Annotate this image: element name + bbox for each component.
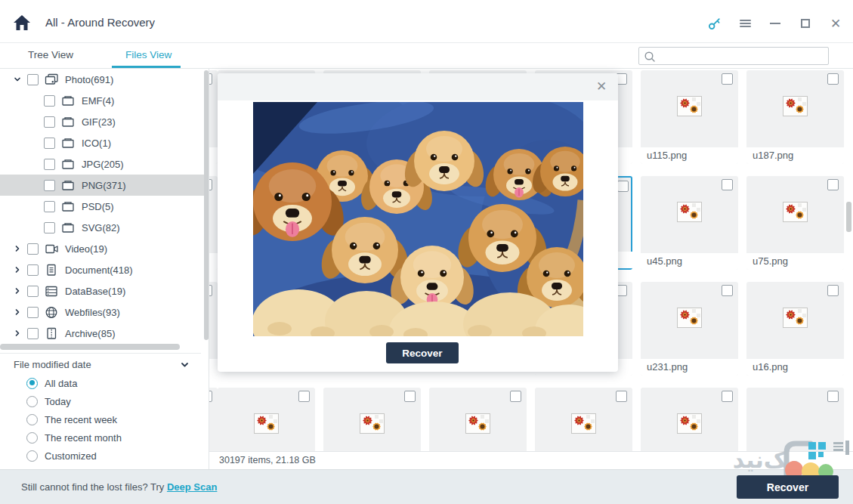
file-cell[interactable] bbox=[746, 388, 844, 451]
tree-item-archive[interactable]: Archive(85) bbox=[0, 323, 209, 344]
checkbox[interactable] bbox=[44, 222, 55, 233]
file-checkbox[interactable] bbox=[209, 179, 212, 190]
checkbox[interactable] bbox=[44, 138, 55, 149]
checkbox[interactable] bbox=[27, 286, 39, 297]
menu-icon[interactable] bbox=[737, 17, 753, 30]
radio-option-customized[interactable]: Customized bbox=[0, 447, 209, 465]
tree-item-label: SVG(82) bbox=[82, 222, 120, 233]
file-checkbox[interactable] bbox=[722, 73, 733, 85]
tree-item-ico[interactable]: ICO(1) bbox=[0, 132, 209, 153]
file-name: u45.png bbox=[647, 255, 738, 267]
modal-close-icon[interactable]: ✕ bbox=[594, 79, 609, 94]
radio-option-today[interactable]: Today bbox=[0, 392, 209, 410]
file-name-bar bbox=[209, 359, 218, 376]
file-cell-u16.png[interactable]: u16.png bbox=[746, 282, 844, 376]
radio-label: Today bbox=[45, 396, 71, 407]
file-cell[interactable] bbox=[209, 282, 218, 376]
checkbox[interactable] bbox=[44, 116, 55, 128]
sidebar-horizontal-scrollbar[interactable] bbox=[0, 344, 180, 350]
file-checkbox[interactable] bbox=[209, 391, 212, 402]
tree-item-psd[interactable]: PSD(5) bbox=[0, 196, 209, 217]
search-box[interactable] bbox=[638, 47, 829, 65]
modal-header bbox=[218, 73, 618, 100]
active-tab-underline bbox=[112, 66, 181, 68]
file-name: u75.png bbox=[753, 255, 844, 267]
file-cell[interactable] bbox=[209, 176, 218, 270]
file-cell-u115.png[interactable]: u115.png bbox=[641, 70, 738, 164]
filter-section-title: File modified date bbox=[14, 359, 91, 370]
file-checkbox[interactable] bbox=[722, 285, 733, 296]
file-checkbox[interactable] bbox=[616, 391, 627, 402]
tree-item-png[interactable]: PNG(371) bbox=[0, 175, 204, 196]
checkbox[interactable] bbox=[27, 74, 39, 85]
checkbox[interactable] bbox=[44, 95, 55, 107]
tree-item-gif[interactable]: GIF(23) bbox=[0, 111, 209, 132]
file-checkbox[interactable] bbox=[209, 73, 212, 85]
file-cell-u231.png[interactable]: u231.png bbox=[641, 282, 738, 376]
maximize-icon[interactable] bbox=[798, 17, 813, 30]
radio-button[interactable] bbox=[26, 378, 38, 389]
checkbox[interactable] bbox=[27, 243, 39, 255]
tree-item-photo[interactable]: Photo(691) bbox=[0, 69, 209, 90]
deep-scan-link[interactable]: Deep Scan bbox=[167, 481, 217, 493]
tab-tree-view[interactable]: Tree View bbox=[28, 49, 73, 60]
tree-item-label: Webfiles(93) bbox=[65, 307, 120, 318]
tree-item-label: Document(418) bbox=[65, 264, 133, 276]
chevron-down-icon[interactable] bbox=[180, 360, 190, 369]
file-cell[interactable] bbox=[209, 388, 218, 451]
file-name-bar: u16.png bbox=[746, 359, 844, 376]
radio-option-the-recent-month[interactable]: The recent month bbox=[0, 428, 209, 447]
file-checkbox[interactable] bbox=[722, 391, 733, 402]
minimize-icon[interactable] bbox=[768, 17, 783, 30]
file-checkbox[interactable] bbox=[617, 181, 629, 192]
file-cell-u75.png[interactable]: u75.png bbox=[746, 176, 844, 270]
radio-option-all-data[interactable]: All data bbox=[0, 374, 209, 392]
radio-button[interactable] bbox=[26, 396, 38, 407]
file-checkbox[interactable] bbox=[827, 179, 839, 190]
file-cell[interactable] bbox=[535, 388, 632, 451]
radio-button[interactable] bbox=[26, 450, 38, 462]
home-icon[interactable] bbox=[13, 14, 31, 31]
recover-button[interactable]: Recover bbox=[737, 475, 839, 499]
checkbox[interactable] bbox=[27, 307, 39, 318]
file-cell[interactable] bbox=[209, 70, 218, 164]
file-name-bar: u231.png bbox=[641, 359, 738, 376]
checkbox[interactable] bbox=[44, 201, 55, 212]
file-checkbox[interactable] bbox=[298, 391, 310, 402]
tree-item-svg[interactable]: SVG(82) bbox=[0, 217, 209, 238]
grid-vertical-scrollbar[interactable] bbox=[846, 202, 851, 232]
modal-recover-button[interactable]: Recover bbox=[386, 342, 459, 363]
file-checkbox[interactable] bbox=[510, 391, 521, 402]
file-checkbox[interactable] bbox=[209, 285, 212, 296]
file-cell[interactable] bbox=[641, 388, 738, 451]
file-cell-u187.png[interactable]: u187.png bbox=[746, 70, 844, 164]
file-checkbox[interactable] bbox=[827, 285, 839, 296]
close-icon[interactable]: ✕ bbox=[828, 17, 843, 30]
tree-item-database[interactable]: DataBase(19) bbox=[0, 280, 209, 301]
checkbox[interactable] bbox=[27, 264, 39, 276]
radio-button[interactable] bbox=[26, 414, 38, 425]
file-cell[interactable] bbox=[323, 388, 421, 451]
tree-item-emf[interactable]: EMF(4) bbox=[0, 90, 209, 111]
radio-option-the-recent-week[interactable]: The recent week bbox=[0, 410, 209, 428]
file-cell[interactable] bbox=[429, 388, 527, 451]
tree-item-webfiles[interactable]: Webfiles(93) bbox=[0, 301, 209, 323]
tab-files-view[interactable]: Files View bbox=[125, 49, 172, 60]
folder-icon bbox=[61, 94, 76, 107]
checkbox[interactable] bbox=[44, 159, 55, 170]
file-checkbox[interactable] bbox=[827, 391, 839, 402]
tree-item-video[interactable]: Video(19) bbox=[0, 238, 209, 259]
radio-button[interactable] bbox=[26, 432, 38, 444]
checkbox[interactable] bbox=[27, 328, 39, 339]
file-cell[interactable] bbox=[218, 388, 315, 451]
sidebar-vertical-scrollbar[interactable] bbox=[204, 70, 209, 340]
key-icon[interactable] bbox=[707, 17, 722, 30]
tree-item-jpg[interactable]: JPG(205) bbox=[0, 153, 209, 175]
file-checkbox[interactable] bbox=[827, 73, 839, 85]
file-cell-u45.png[interactable]: u45.png bbox=[641, 176, 738, 270]
tree-item-document[interactable]: Document(418) bbox=[0, 259, 209, 280]
checkbox[interactable] bbox=[44, 180, 55, 191]
search-input[interactable] bbox=[659, 48, 825, 63]
file-checkbox[interactable] bbox=[722, 179, 733, 190]
file-checkbox[interactable] bbox=[404, 391, 416, 402]
